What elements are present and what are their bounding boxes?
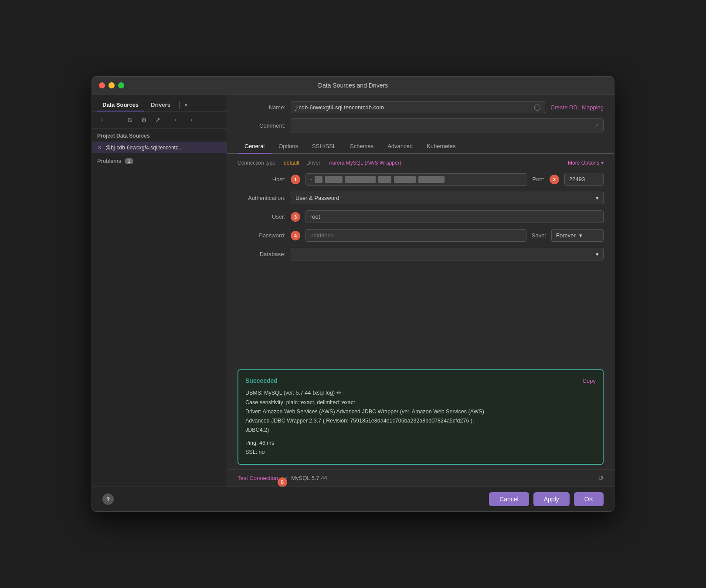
- create-ddl-link[interactable]: Create DDL Mapping: [550, 104, 604, 111]
- remove-datasource-button[interactable]: −: [110, 114, 122, 125]
- badge-5: 5: [278, 477, 287, 487]
- sidebar-dropdown-icon[interactable]: ▾: [183, 101, 189, 110]
- database-row: Database: ▾: [238, 248, 604, 260]
- port-group: Port: 2: [533, 173, 604, 186]
- host-seg-5: [394, 176, 416, 183]
- connection-info-row: Connection type: default Driver: Aurora …: [238, 160, 604, 166]
- sidebar-tab-divider: [179, 101, 180, 109]
- password-row: Password: 4 Save: Forever ▾: [238, 229, 604, 242]
- auth-label: Authentication:: [238, 195, 285, 201]
- host-segments: [315, 176, 522, 183]
- status-text: MySQL 5.7.44: [291, 475, 327, 481]
- conn-driver-label: Driver:: [306, 160, 322, 166]
- database-label: Database:: [238, 251, 285, 257]
- dialog-title: Data Sources and Drivers: [318, 82, 388, 89]
- copy-link[interactable]: Copy: [583, 378, 596, 384]
- success-line2: Case sensitivity: plain=exact, delimited…: [245, 398, 596, 407]
- auth-select[interactable]: User & Password ▾: [291, 192, 604, 204]
- test-conn-status: ✓ MySQL 5.7.44: [283, 475, 327, 482]
- back-button[interactable]: ←: [171, 114, 182, 125]
- success-header: Succeeded Copy: [245, 377, 596, 384]
- auth-row: Authentication: User & Password ▾: [238, 192, 604, 204]
- name-input-wrapper[interactable]: j-cdb-6nwcxgf4.sql.tencentcdb.com: [291, 101, 545, 113]
- success-line8: SSL: no: [245, 448, 596, 457]
- host-input-wrapper[interactable]: -: [305, 173, 527, 186]
- toolbar-separator: [167, 116, 167, 124]
- success-line5: JDBC4.2): [245, 426, 596, 435]
- more-options-button[interactable]: More Options ▾: [568, 160, 604, 166]
- apply-button[interactable]: Apply: [533, 492, 570, 506]
- port-input[interactable]: [564, 173, 604, 186]
- host-seg-1: [315, 176, 322, 183]
- project-datasources-header: Project Data Sources: [92, 128, 227, 142]
- password-input[interactable]: [305, 229, 526, 242]
- tab-schemas[interactable]: Schemas: [343, 139, 380, 154]
- minimize-button[interactable]: [109, 82, 115, 88]
- save-chevron-icon: ▾: [579, 232, 582, 239]
- host-label: Host:: [238, 176, 285, 182]
- success-panel: Succeeded Copy DBMS: MySQL (ver. 5.7.44-…: [238, 369, 604, 465]
- tabs-bar: General Options SSH/SSL Schemas Advanced…: [227, 139, 614, 154]
- user-input[interactable]: [305, 210, 604, 223]
- chevron-down-icon: ▾: [601, 160, 604, 166]
- sidebar: Data Sources Drivers ▾ + − ⧉ ⚙ ↗ ← → Pro…: [92, 95, 227, 487]
- tab-general[interactable]: General: [238, 139, 272, 154]
- test-connection-area: Test Connection ✓ MySQL 5.7.44 5: [238, 475, 327, 482]
- database-select[interactable]: ▾: [291, 248, 604, 260]
- tab-kubernetes[interactable]: Kubernetes: [420, 139, 463, 154]
- forward-button[interactable]: →: [185, 114, 196, 125]
- refresh-icon[interactable]: ↺: [598, 474, 604, 482]
- problems-badge: 1: [125, 158, 133, 164]
- badge-3: 3: [291, 212, 300, 222]
- comment-input[interactable]: ⤢: [291, 118, 604, 132]
- save-value: Forever: [556, 232, 576, 239]
- name-circle-icon: [534, 105, 540, 111]
- user-label: User:: [238, 213, 285, 220]
- database-chevron-icon: ▾: [596, 251, 599, 257]
- export-button[interactable]: ↗: [152, 114, 163, 125]
- name-value: j-cdb-6nwcxgf4.sql.tencentcdb.com: [295, 104, 534, 111]
- test-connection-button[interactable]: Test Connection: [238, 475, 278, 481]
- right-panel: Name: j-cdb-6nwcxgf4.sql.tencentcdb.com …: [227, 95, 614, 487]
- conn-type-value[interactable]: default: [284, 160, 299, 166]
- sidebar-datasource-item[interactable]: ⤨ @bj-cdb-6nwcxgf4.sql.tencentc...: [92, 142, 227, 153]
- name-label: Name:: [238, 104, 285, 111]
- expand-icon: ⤢: [595, 123, 599, 128]
- host-seg-6: [418, 176, 445, 183]
- problems-section: Problems 1: [92, 153, 227, 169]
- title-bar: Data Sources and Drivers: [92, 77, 614, 95]
- sidebar-item-label: @bj-cdb-6nwcxgf4.sql.tencentc...: [105, 145, 183, 151]
- conn-type-label: Connection type:: [238, 160, 277, 166]
- auth-value: User & Password: [295, 195, 339, 201]
- success-spacer: [245, 435, 596, 439]
- ok-button[interactable]: OK: [574, 492, 604, 506]
- traffic-lights: [99, 82, 124, 88]
- cancel-button[interactable]: Cancel: [489, 492, 529, 506]
- tab-drivers[interactable]: Drivers: [146, 99, 176, 112]
- tab-options[interactable]: Options: [272, 139, 305, 154]
- save-label: Save:: [532, 232, 546, 239]
- settings-button[interactable]: ⚙: [138, 114, 149, 125]
- dialog-data-sources-drivers: Data Sources and Drivers Data Sources Dr…: [92, 76, 614, 512]
- success-line1: DBMS: MySQL (ver. 5.7.44-txsql-log) ✏: [245, 389, 596, 398]
- name-row: Name: j-cdb-6nwcxgf4.sql.tencentcdb.com …: [238, 101, 604, 113]
- comment-row: Comment: ⤢: [238, 118, 604, 132]
- maximize-button[interactable]: [118, 82, 124, 88]
- main-content: Data Sources Drivers ▾ + − ⧉ ⚙ ↗ ← → Pro…: [92, 95, 614, 487]
- comment-label: Comment:: [238, 122, 285, 129]
- close-button[interactable]: [99, 82, 105, 88]
- tab-ssh-ssl[interactable]: SSH/SSL: [305, 139, 343, 154]
- conn-driver-value[interactable]: Aurora MySQL (AWS Wrapper): [329, 160, 401, 166]
- dialog-footer: ? Cancel Apply OK: [92, 487, 614, 511]
- sidebar-toolbar: + − ⧉ ⚙ ↗ ← →: [92, 112, 227, 128]
- tab-data-sources[interactable]: Data Sources: [97, 99, 144, 112]
- help-button[interactable]: ?: [102, 493, 114, 505]
- success-line3: Driver: Amazon Web Services (AWS) Advanc…: [245, 407, 596, 416]
- save-select[interactable]: Forever ▾: [551, 229, 604, 242]
- tab-advanced[interactable]: Advanced: [380, 139, 420, 154]
- add-datasource-button[interactable]: +: [96, 114, 108, 125]
- password-label: Password:: [238, 232, 285, 239]
- copy-datasource-button[interactable]: ⧉: [124, 114, 136, 125]
- badge-2: 2: [550, 175, 559, 184]
- host-dash: -: [310, 176, 312, 182]
